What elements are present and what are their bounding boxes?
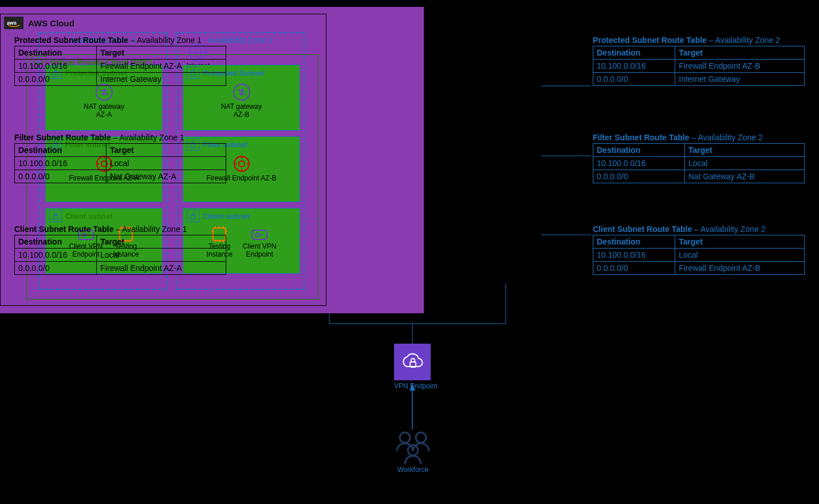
vpn-endpoint-icon: [250, 226, 269, 243]
az2-nat-label: NAT gatewayAZ-B: [221, 103, 262, 119]
svg-rect-16: [53, 215, 58, 219]
table-az2-filter: Filter Subnet Route Table – Availability…: [593, 133, 805, 183]
workforce: Workforce: [390, 428, 436, 474]
firewall-icon: [232, 154, 251, 174]
az2-vpn-label: Client VPNEndpoint: [243, 243, 277, 259]
table-az1-client: Client Subnet Route Table – Availability…: [14, 225, 226, 275]
vpn-endpoint-label: VPN Endpoint: [394, 383, 437, 391]
vpn-cloud-lock-icon: [399, 351, 426, 373]
nat-gateway-icon: [232, 82, 251, 102]
lock-icon: [49, 210, 62, 222]
svg-point-34: [239, 161, 245, 167]
table-az2-protected: Protected Subnet Route Table – Availabil…: [593, 36, 805, 86]
aws-cloud-title: AWS Cloud: [28, 18, 74, 28]
az1-client-title: Client subnet: [65, 212, 112, 220]
table-az1-protected: Protected Subnet Route Table – Availabil…: [14, 36, 226, 86]
svg-point-48: [255, 233, 259, 237]
lock-icon: [187, 210, 199, 222]
workforce-label: Workforce: [390, 466, 436, 474]
az1-nat-label: NAT gatewayAZ-A: [84, 103, 124, 119]
az2-client-title: Client subnet: [203, 212, 250, 220]
vpn-endpoint: VPN Endpoint: [394, 344, 437, 391]
svg-rect-35: [191, 215, 195, 219]
workforce-icon: [390, 428, 436, 466]
table-az2-client: Client Subnet Route Table – Availability…: [593, 225, 805, 275]
vpn-endpoint-box: [394, 344, 431, 380]
svg-point-51: [416, 432, 426, 443]
aws-logo-icon: aws: [4, 17, 23, 29]
svg-point-50: [400, 432, 410, 443]
table-az1-filter: Filter Subnet Route Table – Availability…: [14, 133, 226, 183]
svg-text:aws: aws: [7, 20, 17, 26]
